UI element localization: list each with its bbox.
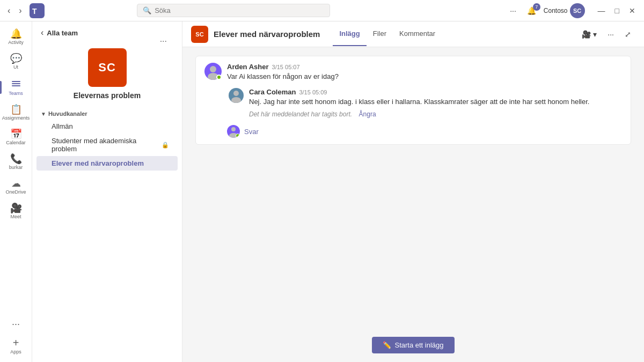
svg-rect-3 bbox=[12, 83, 20, 84]
sidebar-label-apps: Apps bbox=[10, 349, 21, 354]
reply-section: Cara Coleman 3/15 05:09 Nej. Jag har int… bbox=[204, 88, 622, 119]
search-icon: 🔍 bbox=[143, 6, 151, 14]
message-header: Arden Asher 3/15 05:07 bbox=[227, 63, 622, 71]
channels-header[interactable]: ▼ Huvudkanaler bbox=[32, 108, 182, 119]
channel-elever-label: Elever med närvaroproblem bbox=[52, 159, 144, 167]
sidebar-label-onedrive: OneDrive bbox=[5, 189, 26, 195]
reply-user-avatar bbox=[227, 125, 240, 138]
channel-elever[interactable]: Elever med närvaroproblem bbox=[36, 156, 178, 171]
reply-time: 3/15 05:09 bbox=[299, 89, 327, 95]
channel-tabs: Inlägg Filer Kommentar bbox=[333, 22, 442, 46]
sidebar-item-teams[interactable]: Teams bbox=[2, 75, 30, 99]
reply-header: Cara Coleman 3/15 05:09 bbox=[249, 88, 622, 96]
calls-icon: 📞 bbox=[10, 154, 22, 164]
channel-studenter-label: Studenter med akademiska problem bbox=[52, 137, 159, 153]
maximize-button[interactable]: □ bbox=[611, 5, 624, 16]
message-time: 3/15 05:07 bbox=[272, 64, 300, 70]
sidebar-item-calendar[interactable]: 📅 Calendar bbox=[2, 126, 30, 149]
app-sidebar: 🔔 Activity 💬 Ut Teams 📋 Assignments 📅 Ca… bbox=[0, 21, 32, 362]
sidebar-item-onedrive[interactable]: ☁ OneDrive bbox=[2, 175, 30, 198]
svg-rect-2 bbox=[12, 81, 20, 82]
table-row: Cara Coleman 3/15 05:09 Nej. Jag har int… bbox=[229, 88, 622, 119]
undo-button[interactable]: Ångra bbox=[359, 110, 376, 118]
nav-buttons: ‹ › bbox=[4, 5, 25, 17]
sidebar-item-ut[interactable]: 💬 Ut bbox=[2, 50, 30, 73]
reply-button[interactable]: Svar bbox=[244, 128, 259, 136]
notification-badge: 7 bbox=[533, 3, 540, 11]
avatar: SC bbox=[570, 3, 585, 18]
message-content: Arden Asher 3/15 05:07 Var Ai klassen fö… bbox=[227, 63, 622, 82]
sidebar-label-meet: Meet bbox=[10, 214, 21, 219]
activity-icon: 🔔 bbox=[10, 29, 22, 39]
reply-content: Cara Coleman 3/15 05:09 Nej. Jag har int… bbox=[249, 88, 622, 119]
team-options-button[interactable]: ··· bbox=[158, 34, 169, 48]
reply-avatar-wrap bbox=[229, 88, 244, 103]
avatar-wrap bbox=[204, 63, 222, 80]
forward-button[interactable]: › bbox=[16, 5, 25, 17]
channel-allman-label: Allmän bbox=[52, 122, 73, 130]
teams-icon bbox=[11, 78, 21, 90]
teams-logo-icon: T bbox=[30, 3, 45, 18]
main-content: SC Elever med närvaroproblem Inlägg File… bbox=[182, 21, 644, 362]
table-row: Arden Asher 3/15 05:07 Var Ai klassen fö… bbox=[204, 63, 622, 82]
channel-allman[interactable]: Allmän bbox=[36, 119, 178, 134]
window-controls: — □ ✕ bbox=[594, 5, 640, 16]
sidebar-item-calls[interactable]: 📞 burkar bbox=[2, 151, 30, 173]
sidebar-label-teams: Teams bbox=[9, 91, 23, 96]
bottom-bar: ✏️ Starta ett inlägg bbox=[182, 330, 644, 362]
svg-point-8 bbox=[231, 97, 241, 103]
svg-text:T: T bbox=[32, 7, 37, 16]
deleted-message-row: Det här meddelandet har tagits bort. Ång… bbox=[249, 109, 622, 119]
sidebar-label-assignments: Assignments bbox=[2, 115, 30, 121]
sidebar-item-activity[interactable]: 🔔 Activity bbox=[2, 26, 30, 48]
channel-header: SC Elever med närvaroproblem Inlägg File… bbox=[182, 21, 644, 47]
reply-author: Cara Coleman bbox=[249, 88, 296, 96]
channel-studenter[interactable]: Studenter med akademiska problem 🔒 bbox=[36, 134, 178, 156]
user-profile-button[interactable]: Contoso SC bbox=[544, 3, 585, 18]
sidebar-item-assignments[interactable]: 📋 Assignments bbox=[2, 101, 30, 124]
minimize-button[interactable]: — bbox=[594, 5, 610, 16]
more-options-button[interactable]: ··· bbox=[507, 4, 519, 17]
sidebar-item-meet[interactable]: 🎥 Meet bbox=[2, 200, 30, 223]
onedrive-icon: ☁ bbox=[11, 179, 21, 188]
online-status-indicator bbox=[216, 75, 222, 80]
channel-header-icon: SC bbox=[191, 26, 208, 43]
sidebar-item-more[interactable]: ··· bbox=[2, 316, 30, 332]
svg-point-5 bbox=[210, 66, 216, 72]
lock-icon: 🔒 bbox=[162, 142, 169, 149]
teams-sidebar: ‹ Alla team ··· SC Elevernas problem ▼ H… bbox=[32, 21, 182, 362]
message-thread: Arden Asher 3/15 05:07 Var Ai klassen fö… bbox=[195, 56, 631, 145]
close-button[interactable]: ✕ bbox=[625, 5, 640, 16]
channel-header-actions: 🎥 ▾ ··· ⤢ bbox=[577, 27, 635, 42]
title-bar: ‹ › T 🔍 ··· 🔔 7 Contoso SC — □ ✕ bbox=[0, 0, 644, 21]
message-author: Arden Asher bbox=[227, 63, 269, 71]
back-button[interactable]: ‹ bbox=[4, 5, 13, 17]
edit-icon: ✏️ bbox=[383, 341, 391, 349]
new-post-button[interactable]: ✏️ Starta ett inlägg bbox=[372, 337, 454, 353]
tab-inlagg[interactable]: Inlägg bbox=[333, 22, 366, 46]
new-post-label: Starta ett inlägg bbox=[394, 341, 443, 349]
search-input[interactable] bbox=[155, 6, 324, 14]
notification-button[interactable]: 🔔 7 bbox=[524, 4, 539, 17]
channel-name: Elever med närvaroproblem bbox=[214, 29, 320, 39]
apps-icon: + bbox=[13, 337, 19, 348]
team-card: ··· SC Elevernas problem bbox=[32, 42, 182, 104]
sidebar-item-apps[interactable]: + Apps bbox=[2, 334, 30, 358]
message-text: Var Ai klassen för någon av er idag? bbox=[227, 72, 622, 82]
svg-point-7 bbox=[233, 91, 239, 96]
sidebar-label-activity: Activity bbox=[8, 40, 24, 45]
team-avatar: SC bbox=[88, 48, 127, 87]
search-bar[interactable]: 🔍 bbox=[137, 4, 330, 17]
reply-row: Svar bbox=[204, 123, 622, 138]
reply-text: Nej. Jag har inte sett honom idag. i kla… bbox=[249, 97, 622, 107]
sidebar-label-ut: Ut bbox=[13, 64, 18, 70]
channel-more-button[interactable]: ··· bbox=[603, 27, 618, 42]
back-arrow-icon: ‹ bbox=[41, 28, 43, 38]
tab-filer[interactable]: Filer bbox=[367, 22, 393, 46]
chat-icon: 💬 bbox=[10, 54, 22, 63]
expand-button[interactable]: ⤢ bbox=[620, 27, 635, 42]
channels-header-label: Huvudkanaler bbox=[48, 110, 87, 117]
user-org-name: Contoso bbox=[544, 7, 568, 14]
tab-kommentar[interactable]: Kommentar bbox=[393, 22, 442, 46]
video-call-button[interactable]: 🎥 ▾ bbox=[577, 27, 601, 42]
